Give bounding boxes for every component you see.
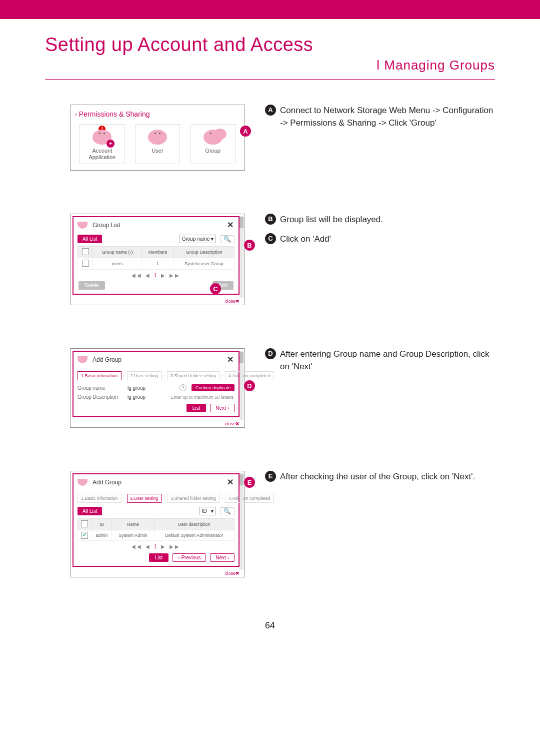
close-bar[interactable]: close✖	[70, 570, 244, 577]
all-list-tab[interactable]: All List	[78, 235, 102, 243]
dialog-header: Add Group ✕	[74, 352, 238, 367]
value-group-description[interactable]: lg group	[128, 394, 146, 400]
row-checkbox[interactable]	[82, 260, 89, 267]
group-table: Group name (-) Members Group Description…	[78, 246, 234, 270]
group-icon	[78, 356, 88, 363]
cell-user-description: Default System Administrator	[154, 530, 234, 541]
crumb-basic-info[interactable]: 1.Basic infomation	[78, 494, 122, 503]
wizard-steps: 1.Basic infomation› 2.User setting› 3.Sh…	[78, 371, 234, 380]
scrollbar[interactable]	[240, 351, 244, 420]
content-area: Setting up Account and Access l Managing…	[0, 19, 540, 631]
page-subtitle: l Managing Groups	[45, 58, 495, 73]
permissions-panel-title: Permissions & Sharing	[74, 110, 240, 118]
col-description: Group Description	[174, 247, 234, 258]
card-group[interactable]: Group	[190, 124, 236, 164]
crumb-shared-folder[interactable]: 3.Shared folder setting	[167, 494, 220, 503]
header-bar	[0, 0, 540, 19]
crumb-basic-info[interactable]: 1.Basic infomation	[78, 371, 122, 380]
screenshot-user-setting: Add Group ✕ 1.Basic infomation› 2.User s…	[70, 471, 250, 577]
card-account-application[interactable]: ! + Account Application	[80, 124, 124, 164]
close-icon[interactable]: ✕	[227, 220, 234, 230]
step-bc-row: Group List ✕ All List Group name ▾ 🔍	[45, 214, 495, 305]
col-name: Name	[112, 519, 154, 530]
dialog-title: Add Group	[92, 479, 122, 486]
crumb-user-setting[interactable]: 2.User setting	[127, 494, 162, 503]
dialog-header: Add Group ✕	[74, 474, 238, 490]
step-a-badge: A	[265, 105, 276, 116]
row-checkbox[interactable]	[81, 532, 88, 539]
dialog-header: Group List ✕	[74, 217, 238, 233]
step-c-badge: C	[265, 233, 276, 244]
crumb-completed[interactable]: 4.Addition completed	[225, 494, 274, 503]
col-user-description: User description	[154, 519, 234, 530]
crumb-user-setting[interactable]: 2.User setting	[127, 371, 162, 380]
callout-b-marker: B	[244, 240, 255, 251]
pagination[interactable]: ◀◀ ◀ 1 ▶ ▶▶	[78, 544, 234, 549]
scrollbar[interactable]	[240, 216, 244, 298]
user-setting-dialog: Add Group ✕ 1.Basic infomation› 2.User s…	[70, 471, 245, 577]
pagination[interactable]: ◀◀ ◀ 1 ▶ ▶▶	[78, 273, 234, 278]
user-blob-icon	[148, 130, 167, 145]
card-label: User	[152, 148, 163, 154]
id-filter-select[interactable]: ID ▾	[200, 507, 216, 515]
list-button[interactable]: List	[186, 404, 206, 412]
step-e-row: Add Group ✕ 1.Basic infomation› 2.User s…	[45, 471, 495, 577]
search-icon[interactable]: 🔍	[220, 507, 234, 515]
scrollbar-thumb[interactable]	[240, 474, 244, 485]
label-group-name: Group name	[78, 385, 122, 391]
close-bar[interactable]: close✖	[70, 420, 244, 427]
account-blob-icon: +	[92, 130, 112, 145]
page: Setting up Account and Access l Managing…	[0, 0, 540, 756]
help-icon[interactable]: ?	[180, 384, 186, 391]
group-icon	[78, 479, 88, 486]
scrollbar[interactable]	[240, 473, 244, 570]
step-a-text: Connect to Network Storage Web Menu -> C…	[280, 105, 495, 129]
crumb-shared-folder[interactable]: 3.Shared folder setting	[167, 371, 220, 380]
table-row[interactable]: users 1 System user Group	[78, 258, 234, 270]
callout-d-marker: D	[244, 380, 255, 391]
step-a-row: Permissions & Sharing ! + Account Applic…	[45, 105, 495, 171]
close-icon[interactable]: ✕	[227, 477, 234, 487]
list-button[interactable]: List	[149, 553, 169, 562]
page-title: Setting up Account and Access	[45, 34, 495, 56]
dialog-title: Add Group	[92, 356, 122, 363]
all-list-tab[interactable]: All List	[78, 507, 102, 515]
wizard-steps: 1.Basic infomation› 2.User setting› 3.Sh…	[78, 494, 234, 503]
previous-button[interactable]: ‹ Previous	[172, 553, 206, 562]
screenshot-permissions: Permissions & Sharing ! + Account Applic…	[70, 105, 250, 171]
step-d-badge: D	[265, 348, 276, 359]
card-user[interactable]: User	[135, 124, 180, 164]
next-button[interactable]: Next ›	[210, 553, 234, 562]
step-d-text: After entering Group name and Group Desc…	[280, 348, 495, 373]
delete-button[interactable]: Delete	[78, 281, 105, 290]
search-icon[interactable]: 🔍	[220, 235, 234, 243]
cell-members: 1	[142, 258, 174, 270]
group-blob-dup-icon	[214, 129, 226, 140]
screenshot-group-list: Group List ✕ All List Group name ▾ 🔍	[70, 214, 250, 305]
filter-select[interactable]: Group name ▾	[180, 235, 216, 243]
step-c-text: Click on 'Add'	[280, 233, 331, 246]
confirm-duplicate-button[interactable]: Confirm duplicate	[192, 384, 234, 391]
select-all-checkbox[interactable]	[82, 248, 89, 255]
screenshot-add-group: Add Group ✕ 1.Basic infomation› 2.User s…	[70, 348, 250, 428]
crumb-completed[interactable]: 4.Addition completed	[225, 371, 274, 380]
group-icon	[78, 222, 88, 229]
card-label: Account Application	[82, 148, 122, 161]
table-row[interactable]: admin System Admin Default System Admini…	[78, 530, 234, 541]
close-icon[interactable]: ✕	[227, 355, 234, 364]
col-members: Members	[142, 247, 174, 258]
callout-e-marker: E	[244, 477, 255, 488]
close-bar[interactable]: close✖	[70, 298, 244, 305]
select-all-checkbox[interactable]	[81, 520, 88, 527]
value-group-name[interactable]: lg group	[128, 385, 146, 391]
callout-a-marker: A	[240, 126, 251, 137]
plus-icon: +	[106, 140, 114, 148]
permissions-panel: Permissions & Sharing ! + Account Applic…	[70, 105, 245, 171]
cell-id: admin	[92, 530, 112, 541]
scrollbar-thumb[interactable]	[240, 352, 244, 363]
scrollbar-thumb[interactable]	[240, 217, 244, 228]
step-e-badge: E	[265, 471, 276, 482]
cell-group-name: users	[93, 258, 142, 270]
step-bc-description: BGroup list will be displayed. CClick on…	[265, 214, 495, 305]
next-button[interactable]: Next ›	[210, 404, 234, 412]
